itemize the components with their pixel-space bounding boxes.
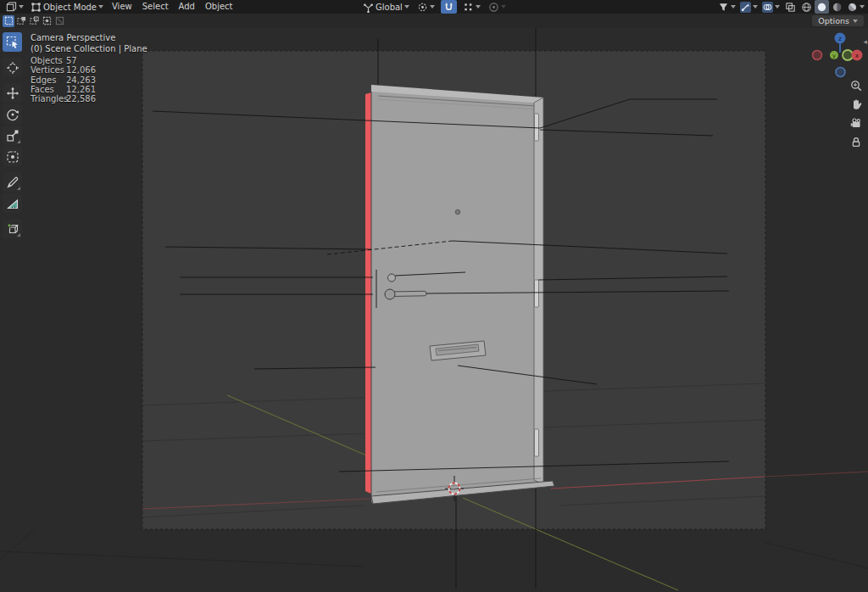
zoom-icon xyxy=(850,80,862,92)
pivot-point-dropdown[interactable] xyxy=(414,0,438,14)
shading-rendered-button[interactable] xyxy=(845,0,866,14)
tool-cursor[interactable] xyxy=(3,58,22,77)
lock-button[interactable] xyxy=(849,134,864,149)
options-button[interactable]: Options xyxy=(812,15,864,26)
mode-selector[interactable]: Object Mode xyxy=(27,0,107,14)
gizmos-toggle[interactable] xyxy=(738,0,760,14)
sidebar-collapse-arrow[interactable]: ◂ xyxy=(863,37,867,46)
xray-icon xyxy=(785,2,796,13)
shading-solid-button[interactable] xyxy=(815,0,829,14)
view-label: Camera Perspective xyxy=(31,32,147,43)
menu-select[interactable]: Select xyxy=(137,0,174,14)
3d-cursor-tool-icon xyxy=(6,61,19,75)
tool-annotate[interactable] xyxy=(3,172,22,192)
transform-icon xyxy=(6,150,19,164)
proportional-editing-toggle[interactable] xyxy=(485,0,509,14)
viewport-header: Object Mode View Select Add Object Globa… xyxy=(0,0,868,14)
gizmo-axis-neg-x[interactable] xyxy=(813,51,822,60)
tool-transform[interactable] xyxy=(3,147,22,166)
gizmo-axis-neg-y[interactable] xyxy=(843,50,853,60)
pan-button[interactable] xyxy=(849,97,864,112)
menu-view[interactable]: View xyxy=(107,0,137,14)
shading-material-icon xyxy=(832,2,843,13)
lock-icon xyxy=(850,136,862,148)
measure-icon xyxy=(6,197,19,210)
gizmo-label-y: y xyxy=(832,53,836,59)
options-label: Options xyxy=(818,16,849,25)
editor-type-selector[interactable] xyxy=(3,0,27,14)
gizmo-label-z: z xyxy=(838,35,842,42)
stat-triangles: Triangles 22,586 xyxy=(31,94,96,103)
stat-vertices: Vertices 12,066 xyxy=(31,65,96,75)
snap-toggle[interactable] xyxy=(441,0,457,14)
shading-solid-icon xyxy=(816,2,827,13)
shading-wireframe-button[interactable] xyxy=(799,0,814,14)
transform-orientation-dropdown[interactable]: Global xyxy=(359,0,413,14)
snap-target-icon xyxy=(463,2,474,13)
viewport-info-text: Camera Perspective (0) Scene Collection … xyxy=(31,32,147,54)
statistics-overlay: Objects 57 Vertices 12,066 Edges 24,263 … xyxy=(31,56,96,103)
menu-add[interactable]: Add xyxy=(174,0,200,14)
pan-hand-icon xyxy=(850,98,862,110)
viewport-nav-buttons xyxy=(849,78,864,149)
gizmo-label-x: x xyxy=(855,52,860,59)
stat-faces: Faces 12,261 xyxy=(31,85,96,94)
shading-material-button[interactable] xyxy=(830,0,844,14)
camera-view-icon xyxy=(850,117,862,129)
proportional-editing-icon xyxy=(488,2,499,13)
tool-rotate[interactable] xyxy=(3,104,22,124)
context-label: (0) Scene Collection | Plane xyxy=(31,43,147,54)
rotate-icon xyxy=(6,108,19,121)
door-peephole xyxy=(455,209,460,215)
select-mode-group xyxy=(3,15,65,27)
overlays-icon xyxy=(763,3,772,12)
visibility-filter-icon xyxy=(718,2,729,13)
select-mode-invert[interactable] xyxy=(41,15,53,27)
tool-add-cube[interactable] xyxy=(3,219,22,238)
tool-settings-bar: Options xyxy=(0,14,868,28)
stat-edges: Edges 24,263 xyxy=(31,75,96,85)
gizmos-icon xyxy=(741,3,750,12)
mode-label: Object Mode xyxy=(43,3,97,12)
select-mode-extend[interactable] xyxy=(15,15,27,27)
overlays-toggle[interactable] xyxy=(760,0,782,14)
select-mode-intersect[interactable] xyxy=(53,15,65,27)
shading-wireframe-icon xyxy=(801,2,812,13)
select-box-icon xyxy=(6,36,19,49)
transform-orientation-icon xyxy=(363,2,374,13)
camera-view-button[interactable] xyxy=(849,115,864,131)
viewport-3d-scene[interactable]: y x z xyxy=(0,0,868,592)
tool-move[interactable] xyxy=(3,83,22,103)
menu-object[interactable]: Object xyxy=(200,0,238,14)
pivot-point-icon xyxy=(417,2,428,13)
stat-objects: Objects 57 xyxy=(31,56,96,65)
tool-select-box[interactable] xyxy=(3,32,22,52)
xray-toggle[interactable] xyxy=(782,0,798,14)
snap-magnet-icon xyxy=(443,2,454,13)
shading-rendered-icon xyxy=(847,2,858,13)
snap-target-dropdown[interactable] xyxy=(459,0,484,14)
visibility-filter-dropdown[interactable] xyxy=(716,0,737,14)
gizmo-axis-neg-z[interactable] xyxy=(836,68,845,77)
select-mode-subtract[interactable] xyxy=(28,15,40,27)
toolbar xyxy=(3,32,22,238)
tool-scale[interactable] xyxy=(3,126,22,145)
door-model[interactable] xyxy=(365,85,554,504)
tool-measure[interactable] xyxy=(3,193,22,213)
orientation-label: Global xyxy=(376,3,403,12)
door-lock-cylinder xyxy=(388,274,396,282)
move-icon xyxy=(6,87,19,100)
3d-viewport-editor-icon xyxy=(6,2,17,13)
object-mode-icon xyxy=(31,2,42,13)
select-mode-set[interactable] xyxy=(3,15,14,27)
zoom-button[interactable] xyxy=(849,78,864,93)
